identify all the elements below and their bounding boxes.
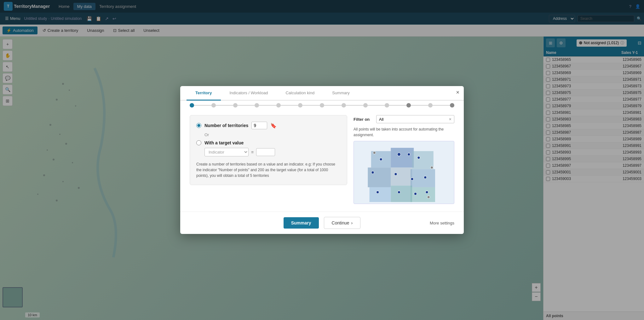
modal-left-panel: Number of territories 🔖 Or With a target… — [190, 115, 347, 204]
filter-value-box: All × — [376, 115, 454, 123]
svg-point-33 — [398, 191, 400, 193]
svg-rect-18 — [368, 167, 391, 187]
svg-rect-20 — [411, 169, 435, 187]
prog-dot-3 — [233, 103, 238, 108]
bookmark-icon: 🔖 — [270, 123, 277, 129]
modal-body: Number of territories 🔖 Or With a target… — [180, 108, 464, 212]
prog-dot-10 — [385, 103, 389, 108]
svg-rect-16 — [391, 148, 414, 168]
prog-dot-7 — [320, 103, 324, 108]
prog-line-7 — [324, 105, 342, 106]
target-value-label: With a target value — [204, 140, 244, 145]
svg-rect-19 — [391, 167, 412, 185]
prog-dot-5 — [276, 103, 281, 108]
or-divider: Or — [204, 132, 341, 137]
svg-point-35 — [426, 191, 428, 193]
modal-close-button[interactable]: × — [456, 89, 459, 96]
modal-tabs: Territory Indicators / Workload Calculat… — [180, 86, 464, 101]
prog-line-4 — [259, 105, 276, 106]
svg-rect-17 — [412, 151, 434, 169]
tab-calculation[interactable]: Calculation kind — [277, 86, 323, 101]
prog-line-11 — [411, 105, 428, 106]
filter-row: Filter on All × — [354, 115, 454, 123]
filter-label: Filter on — [354, 117, 372, 122]
prog-dot-9 — [363, 103, 368, 108]
num-territories-row: Number of territories 🔖 — [196, 122, 341, 129]
filter-clear-button[interactable]: × — [449, 117, 451, 122]
svg-point-32 — [376, 191, 379, 193]
modal-footer: Summary Continue › More settings — [180, 212, 464, 234]
prog-dot-13 — [450, 103, 454, 108]
svg-point-30 — [424, 176, 427, 178]
svg-point-31 — [371, 171, 374, 174]
prog-dot-4 — [255, 103, 259, 108]
modal-overlay: × Territory Indicators / Workload Calcul… — [0, 0, 644, 320]
modal-right-panel: Filter on All × All points will be taken… — [354, 115, 454, 204]
svg-point-27 — [407, 153, 410, 156]
indicator-row: Indicator = — [204, 148, 341, 156]
svg-point-38 — [427, 196, 430, 198]
prog-line-10 — [389, 105, 406, 106]
prog-dot-12 — [428, 103, 433, 108]
summary-button[interactable]: Summary — [284, 217, 319, 229]
num-territories-label: Number of territories — [204, 123, 248, 128]
svg-point-34 — [414, 193, 417, 195]
svg-point-29 — [411, 178, 413, 180]
tab-indicators[interactable]: Indicators / Workload — [221, 86, 277, 101]
svg-point-36 — [373, 151, 376, 154]
continue-label: Continue — [332, 220, 349, 225]
svg-rect-23 — [411, 187, 435, 202]
indicator-select[interactable]: Indicator — [204, 148, 249, 156]
prog-dot-1 — [190, 103, 194, 108]
prog-line-1 — [194, 105, 211, 106]
num-territories-input[interactable] — [251, 122, 267, 129]
automation-modal: × Territory Indicators / Workload Calcul… — [180, 86, 464, 234]
prog-dot-2 — [211, 103, 216, 108]
target-value-row: With a target value — [196, 140, 341, 145]
prog-line-8 — [346, 105, 363, 106]
map-preview — [354, 141, 454, 204]
prog-line-6 — [302, 105, 320, 106]
svg-point-24 — [397, 153, 400, 156]
prog-line-5 — [281, 105, 298, 106]
num-territories-radio[interactable] — [196, 123, 201, 128]
target-value-radio[interactable] — [196, 140, 201, 145]
help-text: Create a number of territories based on … — [196, 161, 341, 178]
prog-dot-6 — [298, 103, 302, 108]
more-settings-link[interactable]: More settings — [430, 221, 454, 225]
continue-button[interactable]: Continue › — [324, 217, 361, 229]
svg-point-26 — [417, 156, 420, 159]
filter-value: All — [379, 117, 383, 122]
svg-point-37 — [430, 166, 433, 169]
svg-point-28 — [394, 173, 397, 175]
target-value-input[interactable] — [256, 148, 275, 156]
tab-territory[interactable]: Territory — [187, 86, 221, 101]
prog-line-2 — [216, 105, 233, 106]
prog-line-9 — [368, 105, 385, 106]
preview-svg — [354, 141, 454, 204]
tab-summary[interactable]: Summary — [323, 86, 359, 101]
prog-dot-8 — [342, 103, 346, 108]
prog-line-3 — [238, 105, 255, 106]
svg-rect-21 — [370, 187, 391, 202]
svg-point-25 — [380, 158, 382, 160]
continue-arrow-icon: › — [351, 220, 353, 225]
filter-description: All points will be taken into account fo… — [354, 126, 454, 138]
options-card: Number of territories 🔖 Or With a target… — [190, 115, 347, 185]
progress-bar — [180, 101, 464, 108]
prog-line-12 — [433, 105, 450, 106]
prog-dot-11 — [406, 103, 411, 108]
svg-rect-22 — [391, 186, 412, 202]
equals-sign: = — [251, 150, 254, 155]
